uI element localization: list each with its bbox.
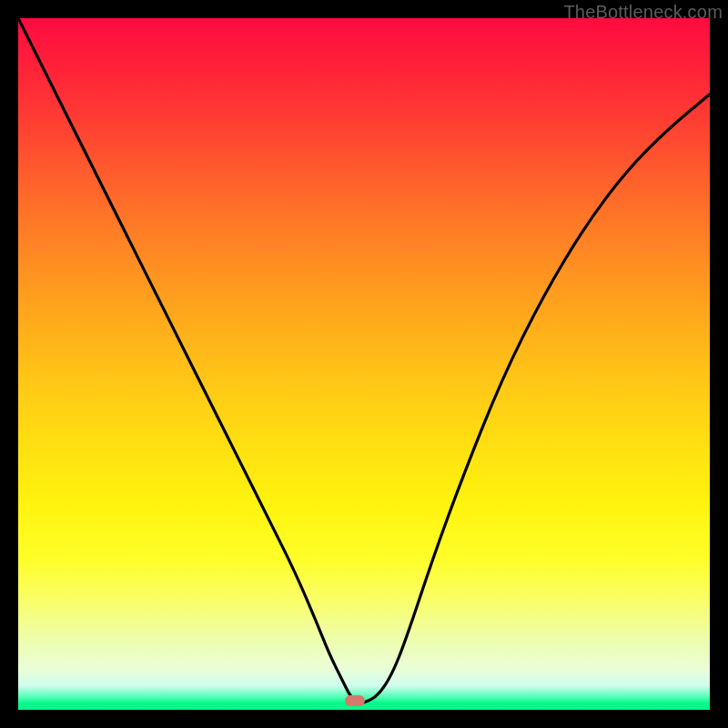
bottleneck-curve <box>18 18 710 710</box>
watermark-text: TheBottleneck.com <box>563 2 723 23</box>
plot-area <box>18 18 710 710</box>
chart-frame: TheBottleneck.com <box>0 0 728 728</box>
optimal-marker <box>345 695 365 706</box>
curve-path <box>18 18 710 703</box>
